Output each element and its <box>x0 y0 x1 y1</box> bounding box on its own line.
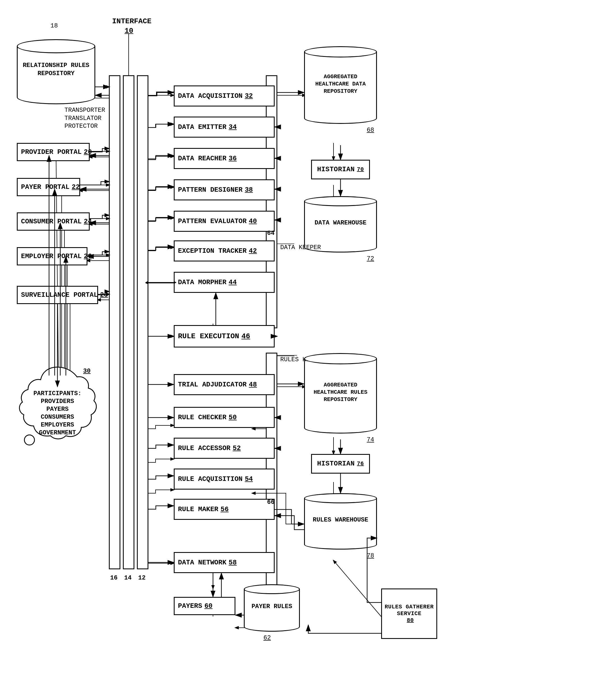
exception-tracker-box: EXCEPTION TRACKER 42 <box>174 240 274 261</box>
trial-adjudicator-ref: 48 <box>249 381 257 388</box>
rule-accessor-ref: 52 <box>233 445 241 452</box>
svg-point-55 <box>24 435 34 445</box>
svg-text:EMPLOYERS: EMPLOYERS <box>41 421 74 428</box>
svg-rect-1 <box>123 76 134 569</box>
svg-text:GOVERNMENT: GOVERNMENT <box>39 429 76 436</box>
data-emitter-ref: 34 <box>229 123 237 131</box>
data-reacher-ref: 36 <box>229 155 237 162</box>
rules-gatherer-box: RULES GATHERER SERVICE 80 <box>381 588 437 639</box>
diagram: INTERFACE 10 RELATIONSHIP RULES REPOSITO… <box>0 0 616 679</box>
repo-ref: 18 <box>51 23 58 29</box>
agg-healthcare-rules-repo: AGGREGATED HEALTHCARE RULES REPOSITORY 7… <box>304 353 377 433</box>
data-keeper-label: DATA KEEPER <box>280 244 321 252</box>
historian-70-label: HISTORIAN <box>317 166 355 174</box>
historian-70-ref: 70 <box>357 166 364 173</box>
rule-accessor-label: RULE ACCESSOR <box>178 445 230 452</box>
data-reacher-label: DATA REACHER <box>178 155 226 162</box>
svg-rect-0 <box>109 76 120 569</box>
rules-gatherer-label: RULES GATHERER SERVICE <box>384 604 434 617</box>
surveillance-portal-box: SURVEILLANCE PORTAL 28 <box>17 286 98 304</box>
historian-76-ref: 76 <box>357 460 364 467</box>
agg-healthcare-data-label: AGGREGATED HEALTHCARE DATA REPOSITORY <box>307 73 374 95</box>
payer-rules: PAYER RULES 62 <box>244 584 300 632</box>
bar-64-label: 64 <box>267 230 274 237</box>
trial-adjudicator-label: TRIAL ADJUDICATOR <box>178 381 247 388</box>
trial-adjudicator-box: TRIAL ADJUDICATOR 48 <box>174 374 274 395</box>
data-emitter-box: DATA EMITTER 34 <box>174 117 274 138</box>
rules-warehouse-label: RULES WAREHOUSE <box>313 516 368 524</box>
agg-healthcare-data-repo: AGGREGATED HEALTHCARE DATA REPOSITORY 68 <box>304 46 377 124</box>
data-network-box: DATA NETWORK 58 <box>174 552 274 573</box>
svg-text:PARTICIPANTS:: PARTICIPANTS: <box>33 390 82 397</box>
pattern-evaluator-ref: 40 <box>249 218 257 225</box>
historian-76-box: HISTORIAN 76 <box>311 454 370 474</box>
bar-12-label: 12 <box>138 575 145 581</box>
payers-label: PAYERS <box>178 602 202 610</box>
data-network-label: DATA NETWORK <box>178 559 226 567</box>
pattern-designer-label: PATTERN DESIGNER <box>178 186 242 194</box>
surveillance-portal-label: SURVEILLANCE PORTAL <box>21 291 98 299</box>
exception-tracker-ref: 42 <box>249 247 257 255</box>
svg-marker-76 <box>145 281 148 284</box>
employer-portal-label: EMPLOYER PORTAL <box>21 253 82 260</box>
pattern-evaluator-label: PATTERN EVALUATOR <box>178 218 247 225</box>
pattern-designer-box: PATTERN DESIGNER 38 <box>174 179 274 200</box>
payer-rules-label: PAYER RULES <box>251 603 292 611</box>
payers-box: PAYERS 60 <box>174 597 235 615</box>
employer-portal-box: EMPLOYER PORTAL 26 <box>17 247 88 265</box>
employer-portal-ref: 26 <box>84 253 92 260</box>
historian-76-label: HISTORIAN <box>317 460 355 468</box>
consumer-portal-label: CONSUMER PORTAL <box>21 218 82 225</box>
rules-gatherer-ref: 80 <box>407 617 414 624</box>
relationship-rules-repository: RELATIONSHIP RULES REPOSITORY 18 <box>17 39 95 104</box>
data-warehouse-ref: 72 <box>367 255 374 262</box>
rule-checker-ref: 50 <box>229 414 237 421</box>
rule-accessor-box: RULE ACCESSOR 52 <box>174 438 274 459</box>
payer-portal-label: PAYER PORTAL <box>21 183 69 191</box>
payer-portal-ref: 22 <box>72 183 80 191</box>
consumer-portal-ref: 24 <box>84 218 92 225</box>
svg-text:PAYERS: PAYERS <box>46 406 68 413</box>
agg-healthcare-rules-ref: 74 <box>367 436 374 443</box>
data-acquisition-box: DATA ACQUISITION 32 <box>174 86 274 106</box>
rule-maker-label: RULE MAKER <box>178 506 218 513</box>
rule-checker-label: RULE CHECKER <box>178 414 226 421</box>
rule-acquisition-ref: 54 <box>245 475 253 483</box>
data-morpher-label: DATA MORPHER <box>178 279 226 286</box>
svg-text:30: 30 <box>83 368 91 375</box>
data-reacher-box: DATA REACHER 36 <box>174 148 274 169</box>
exception-tracker-label: EXCEPTION TRACKER <box>178 247 247 255</box>
rule-acquisition-label: RULE ACQUISITION <box>178 475 242 483</box>
consumer-portal-box: CONSUMER PORTAL 24 <box>17 213 90 231</box>
pattern-evaluator-box: PATTERN EVALUATOR 40 <box>174 211 274 232</box>
data-morpher-box: DATA MORPHER 44 <box>174 272 274 293</box>
data-acquisition-label: DATA ACQUISITION <box>178 92 242 100</box>
payer-rules-ref: 62 <box>263 635 271 642</box>
rule-execution-box: RULE EXECUTION 46 <box>174 325 274 348</box>
svg-text:CONSUMERS: CONSUMERS <box>41 414 74 421</box>
svg-text:PROVIDERS: PROVIDERS <box>41 398 74 405</box>
data-warehouse-label: DATA WAREHOUSE <box>315 219 366 227</box>
bar-14-label: 14 <box>124 575 131 581</box>
agg-healthcare-data-ref: 68 <box>367 127 374 134</box>
rule-acquisition-box: RULE ACQUISITION 54 <box>174 468 274 490</box>
provider-portal-ref: 20 <box>84 148 92 156</box>
transporter-label: TRANSPORTER TRANSLATOR PROTECTOR <box>64 106 105 131</box>
rule-execution-ref: 46 <box>241 332 250 341</box>
rule-checker-box: RULE CHECKER 50 <box>174 407 274 428</box>
surveillance-portal-ref: 28 <box>100 291 108 299</box>
rule-execution-label: RULE EXECUTION <box>178 332 239 341</box>
rule-maker-box: RULE MAKER 56 <box>174 499 274 520</box>
provider-portal-label: PROVIDER PORTAL <box>21 148 82 156</box>
provider-portal-box: PROVIDER PORTAL 20 <box>17 143 90 161</box>
svg-rect-2 <box>137 76 148 569</box>
rule-maker-ref: 56 <box>221 506 229 513</box>
participants-cloud: PARTICIPANTS: PROVIDERS PAYERS CONSUMERS… <box>14 359 101 446</box>
interface-label: INTERFACE 10 <box>112 17 146 36</box>
data-acquisition-ref: 32 <box>245 92 253 100</box>
pattern-designer-ref: 38 <box>245 186 253 194</box>
svg-marker-42 <box>145 282 148 284</box>
bar-66-label: 66 <box>267 499 274 506</box>
rules-warehouse: RULES WAREHOUSE 78 <box>304 493 377 550</box>
data-morpher-ref: 44 <box>229 279 237 286</box>
